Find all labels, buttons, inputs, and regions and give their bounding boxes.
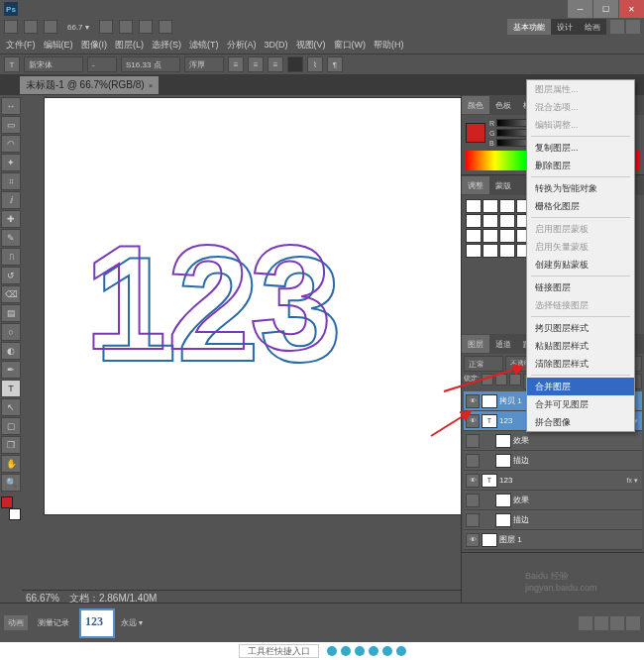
qt-icon[interactable] [4, 20, 18, 34]
menu-layer[interactable]: 图层(L) [111, 39, 148, 52]
document-canvas[interactable]: 123 123 Baidu 经验 jingyan.baidu.com [44, 97, 461, 515]
pen-tool-icon[interactable]: ✒ [1, 361, 21, 379]
wand-tool-icon[interactable]: ✦ [1, 154, 21, 171]
align-right-icon[interactable]: ≡ [268, 56, 283, 72]
anim-first-icon[interactable] [579, 616, 592, 630]
adj-thumb[interactable] [466, 214, 482, 228]
visibility-icon[interactable]: 👁 [466, 474, 480, 488]
ctx-item[interactable]: 复制图层... [527, 139, 634, 157]
maximize-button[interactable]: ☐ [592, 0, 618, 18]
qt-icon[interactable] [159, 20, 172, 34]
panel-tab-adj[interactable]: 调整 [462, 176, 489, 194]
font-family-field[interactable]: 新宋体 [24, 56, 83, 72]
ctx-item[interactable]: 粘贴图层样式 [527, 337, 634, 355]
font-size-field[interactable]: S16.33 点 [121, 56, 180, 72]
menu-analysis[interactable]: 分析(A) [223, 39, 261, 52]
color-preview-icon[interactable] [466, 123, 485, 143]
antialias-field[interactable]: 浑厚 [184, 56, 224, 72]
panel-tab-color[interactable]: 颜色 [462, 96, 489, 114]
lock-icon[interactable] [482, 374, 493, 385]
shape-tool-icon[interactable]: ▢ [1, 417, 21, 435]
ctx-item[interactable]: 合并可见图层 [527, 395, 634, 413]
tip-icon[interactable] [341, 646, 351, 656]
document-tab[interactable]: 未标题-1 @ 66.7%(RGB/8) × [20, 76, 159, 94]
anim-next-icon[interactable] [626, 616, 640, 630]
eraser-tool-icon[interactable]: ⌫ [1, 285, 21, 303]
workspace-tab[interactable]: 基本功能 [507, 19, 551, 35]
ctx-item[interactable]: 转换为智能对象 [527, 179, 634, 197]
menu-3d[interactable]: 3D(D) [261, 40, 292, 50]
ctx-item[interactable]: 拼合图像 [527, 413, 634, 431]
tab-close-icon[interactable]: × [149, 81, 154, 90]
loop-field[interactable]: 永远 ▾ [121, 617, 143, 628]
eyedrop-tool-icon[interactable]: ⅈ [1, 191, 21, 209]
zoom-tool-icon[interactable]: 🔍 [1, 474, 21, 492]
adj-thumb[interactable] [499, 199, 515, 213]
gradient-tool-icon[interactable]: ▤ [1, 304, 21, 322]
close-button[interactable]: ✕ [618, 0, 644, 18]
qt-icon[interactable] [44, 20, 57, 34]
anim-tab[interactable]: 动画 [4, 615, 28, 630]
fx-icon[interactable]: fx ▾ [627, 477, 640, 485]
font-style-field[interactable]: - [87, 56, 117, 72]
adj-thumb[interactable] [499, 214, 515, 228]
ctx-item[interactable]: 合并图层 [527, 378, 634, 395]
adj-thumb[interactable] [483, 244, 498, 258]
layer-row[interactable]: 描边 [464, 510, 642, 530]
workspace-tab[interactable]: 设计 [551, 19, 579, 35]
text-color-icon[interactable] [287, 56, 303, 72]
crop-tool-icon[interactable]: ⌗ [1, 172, 21, 190]
tip-icon[interactable] [396, 646, 406, 656]
background-color-icon[interactable] [9, 508, 21, 520]
menu-select[interactable]: 选择(S) [148, 39, 185, 52]
3d-tool-icon[interactable]: ❒ [1, 436, 21, 454]
panel-tab-swatches[interactable]: 色板 [489, 96, 517, 114]
lock-icon[interactable] [495, 374, 507, 385]
align-left-icon[interactable]: ≡ [228, 56, 244, 72]
adj-thumb[interactable] [483, 229, 498, 243]
type-tool-icon[interactable]: T [1, 380, 21, 397]
tip-icon[interactable] [327, 646, 337, 656]
workspace-tab[interactable]: 绘画 [579, 19, 606, 35]
ctx-item[interactable]: 拷贝图层样式 [527, 319, 634, 337]
align-center-icon[interactable]: ≡ [248, 56, 264, 72]
menu-edit[interactable]: 编辑(E) [40, 39, 77, 52]
lasso-tool-icon[interactable]: ◠ [1, 135, 21, 153]
layer-row[interactable]: 描边 [464, 451, 642, 471]
visibility-icon[interactable]: 👁 [466, 394, 480, 408]
dodge-tool-icon[interactable]: ◐ [1, 342, 21, 360]
move-tool-icon[interactable]: ↔ [1, 97, 21, 115]
blend-mode-field[interactable]: 正常 [464, 356, 503, 372]
hand-tool-icon[interactable]: ✋ [1, 455, 21, 473]
char-panel-icon[interactable]: ¶ [327, 56, 343, 72]
ws-icon[interactable] [626, 20, 640, 34]
menu-file[interactable]: 文件(F) [2, 39, 40, 52]
minimize-button[interactable]: ─ [567, 0, 592, 18]
tool-preset-icon[interactable]: T [4, 56, 20, 72]
ws-icon[interactable] [610, 20, 624, 34]
marquee-tool-icon[interactable]: ▭ [1, 116, 21, 134]
heal-tool-icon[interactable]: ✚ [1, 210, 21, 228]
stamp-tool-icon[interactable]: ⎍ [1, 248, 21, 266]
anim-frame[interactable]: 123 [79, 608, 115, 638]
adj-thumb[interactable] [466, 244, 482, 258]
panel-tab-channels[interactable]: 通道 [489, 335, 517, 353]
layer-row[interactable]: 效果 [464, 491, 642, 510]
ctx-item[interactable]: 清除图层样式 [527, 355, 634, 373]
anim-play-icon[interactable] [610, 616, 624, 630]
panel-tab-mask[interactable]: 蒙版 [489, 176, 517, 194]
zoom-percent[interactable]: 66.7 ▾ [67, 23, 89, 32]
ctx-item[interactable]: 栅格化图层 [527, 197, 634, 215]
visibility-icon[interactable] [466, 513, 480, 527]
tip-icon[interactable] [369, 646, 378, 656]
visibility-icon[interactable]: 👁 [466, 533, 480, 547]
tip-icon[interactable] [355, 646, 365, 656]
color-swatch[interactable] [1, 496, 21, 520]
panel-tab-layers[interactable]: 图层 [462, 335, 489, 353]
adj-thumb[interactable] [466, 229, 482, 243]
adj-thumb[interactable] [499, 244, 515, 258]
menu-view[interactable]: 视图(V) [292, 39, 330, 52]
qt-icon[interactable] [99, 20, 113, 34]
foreground-color-icon[interactable] [1, 496, 13, 508]
tip-icon[interactable] [382, 646, 392, 656]
